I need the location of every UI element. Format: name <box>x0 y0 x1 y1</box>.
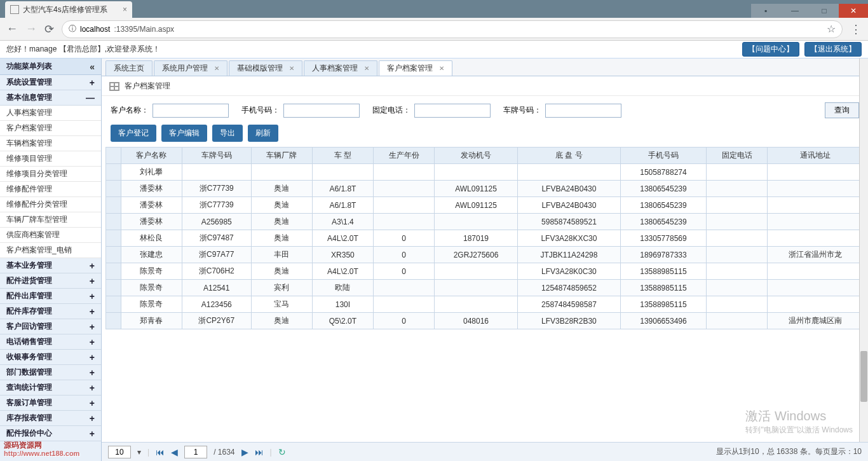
refresh-icon[interactable]: ↻ <box>278 447 286 457</box>
label-customer-name: 客户名称： <box>111 105 149 116</box>
reload-icon[interactable]: ⟳ <box>44 22 54 36</box>
table-row[interactable]: 郑青春浙CP2Y67奥迪Q5\2.0T0048016LFV3B28R2B3013… <box>106 313 864 329</box>
close-button[interactable]: ✕ <box>839 4 868 18</box>
label-mobile: 手机号码： <box>241 105 280 116</box>
plate-input[interactable] <box>545 104 621 118</box>
forward-icon[interactable]: → <box>25 22 37 36</box>
table-row[interactable]: 潘委林A256985奥迪A3\1.45985874589521138065452… <box>106 214 864 230</box>
sidebar-group[interactable]: 收银事务管理+ <box>0 350 101 365</box>
sidebar-item[interactable]: 客户档案管理_电销 <box>0 243 101 258</box>
sidebar-item[interactable]: 车辆档案管理 <box>0 136 101 151</box>
sidebar-group[interactable]: 电话销售管理+ <box>0 334 101 350</box>
table-row[interactable]: 刘礼攀15058788274 <box>106 164 864 181</box>
column-header[interactable]: 车牌号码 <box>182 148 251 164</box>
content-tab[interactable]: 人事档案管理✕ <box>304 60 377 76</box>
table-cell <box>518 164 621 181</box>
sidebar-group[interactable]: 部门数据管理+ <box>0 365 101 380</box>
column-header[interactable]: 手机号码 <box>620 148 706 164</box>
sidebar-item[interactable]: 车辆厂牌车型管理 <box>0 212 101 228</box>
sidebar-item[interactable]: 客户档案管理 <box>0 121 101 136</box>
scrollbar-thumb[interactable] <box>860 351 867 402</box>
sidebar-group[interactable]: 基本业务管理+ <box>0 258 101 273</box>
table-row[interactable]: 潘委林浙C77739奥迪A6/1.8TAWL091125LFVBA24B0430… <box>106 197 864 214</box>
content-tab[interactable]: 客户档案管理✕ <box>379 60 452 76</box>
table-cell: 15058788274 <box>620 164 706 181</box>
table-cell: 0 <box>374 230 435 247</box>
menu-icon[interactable]: ⋮ <box>850 22 862 36</box>
browser-tab[interactable]: 大型汽车4s店维修管理系 × <box>5 1 132 18</box>
column-header[interactable]: 底 盘 号 <box>518 148 621 164</box>
close-icon[interactable]: ✕ <box>364 65 369 72</box>
toolbar-button[interactable]: 客户编辑 <box>161 125 207 142</box>
sidebar-group[interactable]: 客户回访管理+ <box>0 319 101 334</box>
url-input[interactable]: ⓘ localhost:13395/Main.aspx ☆ <box>62 20 843 38</box>
issue-center-button[interactable]: 【问题中心】 <box>742 42 799 57</box>
last-page-icon[interactable]: ⏭ <box>255 447 264 457</box>
collapse-icon[interactable]: « <box>90 62 95 72</box>
table-row[interactable]: 林松良浙C97487奥迪A4L\2.0T0187019LFV3A28KXC301… <box>106 230 864 247</box>
content-tab[interactable]: 系统主页 <box>105 60 153 76</box>
sidebar-group[interactable]: 查询统计管理+ <box>0 380 101 396</box>
table-row[interactable]: 陈景奇A12541宾利欧陆125487485965213588985115 <box>106 280 864 296</box>
bookmark-icon[interactable]: ☆ <box>827 23 836 35</box>
toolbar-button[interactable]: 导出 <box>212 125 243 142</box>
customer-name-input[interactable] <box>153 104 229 118</box>
scrollbar[interactable] <box>859 58 868 442</box>
sidebar-item[interactable]: 供应商档案管理 <box>0 228 101 243</box>
close-icon[interactable]: × <box>123 5 127 14</box>
main-area: 系统主页系统用户管理✕基础模版管理✕人事档案管理✕客户档案管理✕ 客户档案管理 … <box>102 58 868 461</box>
table-cell: 林松良 <box>121 230 182 247</box>
sidebar-item[interactable]: 维修配件分类管理 <box>0 197 101 212</box>
table-row[interactable]: 张建忠浙C97A77丰田XR35002GRJ275606JTJBK11A2429… <box>106 247 864 263</box>
sidebar-item[interactable]: 人事档案管理 <box>0 106 101 121</box>
table-cell: A6/1.8T <box>312 181 374 197</box>
maximize-button[interactable]: □ <box>810 4 839 18</box>
table-cell: AWL091125 <box>434 197 517 214</box>
sidebar-item[interactable]: 维修项目分类管理 <box>0 167 101 182</box>
column-header[interactable]: 车 型 <box>312 148 374 164</box>
table-row[interactable]: 陈景奇A123456宝马130I258748459858713588985115 <box>106 296 864 313</box>
table-row[interactable]: 陈景奇浙C706H2奥迪A4L\2.0T0LFV3A28K0C301358898… <box>106 263 864 280</box>
column-header[interactable]: 通讯地址 <box>767 148 864 164</box>
data-table: 客户名称车牌号码车辆厂牌车 型生产年份发动机号底 盘 号手机号码固定电话通讯地址… <box>105 147 864 329</box>
content-tab[interactable]: 系统用户管理✕ <box>154 60 227 76</box>
close-icon[interactable]: ✕ <box>289 65 294 72</box>
close-icon[interactable]: ✕ <box>214 65 219 72</box>
column-header[interactable]: 固定电话 <box>707 148 768 164</box>
prev-page-icon[interactable]: ◀ <box>171 447 178 457</box>
table-cell: 张建忠 <box>121 247 182 263</box>
minimize-button[interactable]: — <box>780 4 810 18</box>
toolbar-button[interactable]: 刷新 <box>248 125 278 142</box>
toolbar-button[interactable]: 客户登记 <box>111 125 156 142</box>
sidebar-group[interactable]: 配件进货管理+ <box>0 273 101 289</box>
table-row[interactable]: 潘委林浙C77739奥迪A6/1.8TAWL091125LFVBA24B0430… <box>106 181 864 197</box>
sidebar-group[interactable]: 配件出库管理+ <box>0 289 101 304</box>
table-cell <box>707 296 768 313</box>
sidebar-item[interactable]: 维修配件管理 <box>0 182 101 197</box>
user-icon[interactable]: ▪ <box>751 4 780 18</box>
column-header[interactable]: 客户名称 <box>121 148 182 164</box>
sidebar-group[interactable]: 客服订单管理+ <box>0 396 101 411</box>
content-tab[interactable]: 基础模版管理✕ <box>229 60 302 76</box>
page-number-input[interactable] <box>184 446 207 458</box>
sidebar-item[interactable]: 维修项目管理 <box>0 151 101 167</box>
sidebar-group[interactable]: 库存报表管理+ <box>0 411 101 426</box>
table-cell: 048016 <box>434 313 517 329</box>
column-header[interactable]: 发动机号 <box>434 148 517 164</box>
close-icon[interactable]: ✕ <box>439 65 444 72</box>
sidebar-group[interactable]: 系统设置管理+ <box>0 75 101 90</box>
phone-input[interactable] <box>414 104 491 118</box>
dropdown-icon[interactable]: ▾ <box>137 448 141 457</box>
sidebar-group[interactable]: 配件报价中心+ <box>0 426 101 441</box>
query-button[interactable]: 查询 <box>825 102 859 118</box>
next-page-icon[interactable]: ▶ <box>241 447 248 457</box>
column-header[interactable]: 车辆厂牌 <box>251 148 312 164</box>
sidebar-group[interactable]: 基本信息管理— <box>0 90 101 106</box>
column-header[interactable]: 生产年份 <box>374 148 435 164</box>
sidebar-group[interactable]: 配件库存管理+ <box>0 304 101 319</box>
mobile-input[interactable] <box>283 104 360 118</box>
logout-button[interactable]: 【退出系统】 <box>804 42 862 57</box>
first-page-icon[interactable]: ⏮ <box>156 447 165 457</box>
page-size-input[interactable] <box>108 446 131 458</box>
back-icon[interactable]: ← <box>6 22 18 36</box>
